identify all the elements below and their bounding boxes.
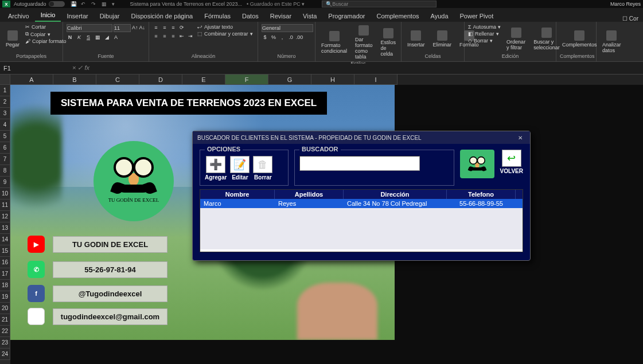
clear-button[interactable]: ◇ Borrar ▾ — [468, 38, 501, 44]
row-header[interactable]: 6 — [0, 142, 10, 154]
align-top-icon[interactable]: ≡ — [153, 24, 159, 31]
tab-ayuda[interactable]: Ayuda — [425, 10, 454, 22]
row-header[interactable]: 7 — [0, 154, 10, 165]
fill-color-button[interactable]: ◢ — [103, 34, 110, 41]
row-header[interactable]: 23 — [0, 337, 10, 349]
row-header[interactable]: 17 — [0, 268, 10, 280]
format-painter-button[interactable]: 🖌 Copiar formato — [25, 38, 67, 44]
row-header[interactable]: 13 — [0, 222, 10, 234]
indent-icon[interactable]: ⇤ — [178, 33, 185, 40]
row-header[interactable]: 8 — [0, 165, 10, 177]
tab-datos[interactable]: Datos — [236, 10, 264, 22]
copy-button[interactable]: ⧉ Copiar ▾ — [25, 31, 67, 37]
name-box[interactable] — [0, 62, 69, 74]
column-header[interactable]: H — [311, 75, 354, 85]
percent-icon[interactable]: % — [270, 34, 277, 41]
row-header[interactable]: 24 — [0, 349, 10, 360]
analyze-button[interactable]: Analizar datos — [600, 24, 623, 59]
paste-button[interactable]: Pegar — [3, 24, 22, 53]
volver-button[interactable]: ↩ VOLVER — [500, 150, 523, 189]
whatsapp-icon[interactable]: ✆ — [28, 261, 45, 278]
row-header[interactable]: 16 — [0, 257, 10, 268]
save-icon[interactable]: 💾 — [71, 1, 77, 7]
col-direccion[interactable]: Dirección — [344, 190, 447, 199]
select-all-button[interactable] — [0, 75, 10, 85]
align-left-icon[interactable]: ≡ — [153, 33, 159, 40]
tab-vista[interactable]: Vista — [297, 10, 322, 22]
cell-styles-button[interactable]: Estilos de celda — [379, 24, 399, 61]
column-header[interactable]: F — [225, 75, 268, 85]
qat-icon[interactable]: ▾ — [112, 1, 119, 7]
underline-button[interactable]: S — [85, 34, 92, 41]
redo-icon[interactable]: ↷ — [91, 1, 98, 7]
orientation-icon[interactable]: ⟳ — [178, 24, 185, 31]
row-header[interactable]: 10 — [0, 188, 10, 199]
search-box[interactable]: 🔍 Buscar — [322, 1, 437, 7]
col-nombre[interactable]: Nombre — [200, 190, 275, 199]
sort-filter-button[interactable]: Ordenar y filtrar — [504, 24, 528, 53]
row-header[interactable]: 19 — [0, 291, 10, 303]
row-header[interactable]: 18 — [0, 280, 10, 291]
number-format-select[interactable] — [262, 24, 313, 32]
wrap-text-button[interactable]: ⮐ Ajustar texto — [197, 24, 253, 30]
qat-icon[interactable]: ▦ — [102, 1, 108, 7]
formula-bar[interactable] — [93, 64, 643, 72]
column-header[interactable]: E — [182, 75, 225, 85]
cut-button[interactable]: ✂ Cortar — [25, 24, 67, 30]
addins-button[interactable]: Complementos — [560, 24, 599, 53]
row-header[interactable]: 2 — [0, 96, 10, 108]
align-right-icon[interactable]: ≡ — [170, 33, 177, 40]
font-family-select[interactable] — [67, 24, 112, 32]
user-name[interactable]: Marco Reyes — [610, 1, 641, 7]
row-header[interactable]: 14 — [0, 234, 10, 245]
ribbon-display-button[interactable]: ☐ Cor — [622, 15, 643, 22]
align-mid-icon[interactable]: ≡ — [161, 24, 168, 31]
align-center-icon[interactable]: ≡ — [161, 33, 168, 40]
tab-inicio[interactable]: Inicio — [35, 9, 61, 22]
autosum-button[interactable]: Σ Autosuma ▾ — [468, 24, 501, 30]
tab-archivo[interactable]: Archivo — [2, 10, 35, 22]
editar-button[interactable]: 📝Editar — [230, 156, 250, 181]
bold-button[interactable]: N — [67, 34, 73, 41]
currency-icon[interactable]: $ — [262, 34, 268, 41]
borrar-button[interactable]: 🗑Borrar — [253, 156, 272, 181]
row-header[interactable]: 4 — [0, 119, 10, 131]
font-color-button[interactable]: A — [112, 34, 119, 41]
toggle-icon[interactable] — [49, 1, 65, 7]
column-header[interactable]: I — [354, 75, 398, 85]
column-header[interactable]: D — [139, 75, 182, 85]
align-bot-icon[interactable]: ≡ — [170, 24, 177, 31]
tab-dibujar[interactable]: Dibujar — [94, 10, 126, 22]
row-header[interactable]: 12 — [0, 211, 10, 222]
results-listview[interactable]: Nombre Apellidos Dirección Telefono Marc… — [200, 189, 523, 252]
delete-cells-button[interactable]: Eliminar — [431, 24, 454, 53]
row-header[interactable]: 22 — [0, 326, 10, 337]
merge-button[interactable]: ⬚ Combinar y centrar ▾ — [197, 31, 253, 37]
row-header[interactable]: 1 — [0, 85, 10, 96]
dialog-titlebar[interactable]: BUSCADOR DE CLIENTES EN EL SISTEMA - PRO… — [193, 131, 530, 144]
row-header[interactable]: 5 — [0, 131, 10, 142]
row-header[interactable]: 9 — [0, 177, 10, 188]
grow-font-icon[interactable]: A↑ — [132, 24, 138, 31]
tab-fórmulas[interactable]: Fórmulas — [198, 10, 236, 22]
conditional-format-button[interactable]: Formato condicional — [319, 24, 349, 61]
col-apellidos[interactable]: Apellidos — [275, 190, 344, 199]
tab-power-pivot[interactable]: Power Pivot — [454, 10, 500, 22]
tab-complementos[interactable]: Complementos — [371, 10, 425, 22]
tab-disposición-de-página[interactable]: Disposición de página — [126, 10, 199, 22]
shrink-font-icon[interactable]: A↓ — [139, 24, 146, 31]
row-header[interactable]: 3 — [0, 108, 10, 119]
youtube-icon[interactable]: ▶ — [28, 236, 45, 253]
column-header[interactable]: B — [53, 75, 96, 85]
column-header[interactable]: A — [10, 75, 53, 85]
list-row[interactable]: MarcoReyesCalle 34 No 78 Col Pedregal55-… — [200, 199, 523, 208]
row-header[interactable]: 15 — [0, 245, 10, 257]
border-button[interactable]: ▦ — [94, 34, 101, 41]
row-header[interactable]: 20 — [0, 303, 10, 314]
inc-dec-icon[interactable]: .0 — [287, 34, 294, 41]
fx-buttons[interactable]: × ✓ fx — [69, 64, 93, 72]
fill-button[interactable]: ◧ Rellenar ▾ — [468, 31, 501, 37]
close-button[interactable]: ✕ — [515, 134, 525, 142]
column-header[interactable]: G — [268, 75, 311, 85]
undo-icon[interactable]: ↶ — [81, 1, 88, 7]
